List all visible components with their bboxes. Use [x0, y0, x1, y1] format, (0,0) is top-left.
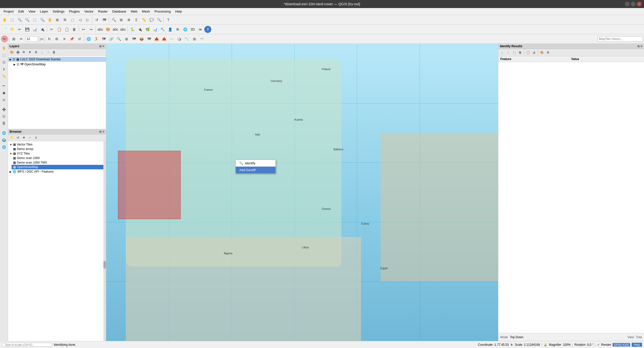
label2-btn[interactable]: abc — [112, 26, 119, 33]
share-btn[interactable]: 🔗 — [108, 35, 115, 42]
identify-results-btn[interactable]: ⊞ — [118, 16, 125, 23]
browser-info-btn[interactable]: ℹ — [33, 135, 39, 140]
style-btn[interactable]: 🗺 — [131, 35, 138, 42]
layer-options-btn[interactable]: ⚙ — [33, 49, 39, 55]
plugin8-btn[interactable]: 🌐 — [182, 26, 189, 33]
font-size-input[interactable] — [25, 36, 38, 42]
menu-mesh[interactable]: Mesh — [140, 9, 152, 14]
plugin4-btn[interactable]: 📊 — [151, 26, 158, 33]
tile-cache-btn[interactable]: 🗺 — [101, 16, 108, 23]
browser-item-demo-arcep[interactable]: ▦ Demo arcep — [12, 147, 103, 151]
pan-tool-btn[interactable]: ✋ — [1, 16, 8, 23]
layer-remove-btn[interactable]: 🗑 — [51, 49, 57, 55]
mesh-btn[interactable]: ⊞ — [191, 35, 198, 42]
pin-btn[interactable]: 📌 — [68, 35, 75, 42]
export-btn[interactable]: 📤 — [161, 35, 168, 42]
menu-processing[interactable]: Processing — [152, 9, 173, 14]
undo-btn[interactable]: ↩ — [80, 26, 87, 33]
measure-btn[interactable]: 📏 — [140, 16, 147, 23]
identify-close-icon[interactable]: ✕ — [640, 45, 642, 48]
import-btn[interactable]: 📥 — [153, 35, 160, 42]
quick-btn[interactable]: 🏃 — [93, 35, 100, 42]
rotate2-btn[interactable]: ↺ — [76, 35, 83, 42]
menu-settings[interactable]: Settings — [51, 9, 66, 14]
id-expand-btn[interactable]: ↓ — [499, 50, 505, 55]
snap-btn[interactable]: ⊞ — [10, 35, 17, 42]
geocoder-input[interactable] — [598, 36, 643, 42]
zoom-rubber-btn[interactable]: ⬚ — [31, 16, 38, 23]
osm-checkbox[interactable]: ☑ — [17, 63, 19, 66]
color-btn[interactable]: 🎨 — [104, 26, 111, 33]
layer-visible-btn[interactable]: 👁 — [21, 49, 27, 55]
browser-item-demo-scan[interactable]: ▦ Demo scan 1000 — [12, 156, 103, 160]
browser-refresh-btn[interactable]: ↺ — [15, 135, 21, 140]
map3d-btn[interactable]: 📦 — [138, 35, 145, 42]
select-feature-btn[interactable]: ⚙ — [125, 16, 132, 23]
rotate-btn[interactable]: ↻ — [46, 35, 53, 42]
close-button[interactable]: ✕ — [637, 2, 641, 6]
layout-btn[interactable]: 🗺 — [146, 35, 153, 42]
zoom-full-btn[interactable]: ⊞ — [54, 16, 61, 23]
globe2-side-btn[interactable]: 🌍 — [1, 137, 7, 143]
statistics-btn[interactable]: Σ — [133, 16, 140, 23]
select-btn[interactable]: ⬚ — [9, 16, 16, 23]
plugin6-btn[interactable]: 👤 — [167, 26, 174, 33]
redo-btn[interactable]: ↪ — [88, 26, 95, 33]
layer-item-lulc[interactable]: ▶ ☑ ▦ LULC 2020 Download Scenes — [8, 57, 106, 62]
pan-map-btn[interactable]: ✋ — [46, 16, 53, 23]
annotation-btn[interactable]: 🔍 — [155, 16, 163, 23]
menu-project[interactable]: Project — [2, 9, 16, 14]
lulc-checkbox[interactable]: ☑ — [13, 58, 15, 61]
browser-item-demo-scan-tms[interactable]: ▦ Demo scan 1000 TMS — [12, 160, 103, 165]
layer-item-osm[interactable]: ▶ ☑ 🗺 OpenStreetMap — [12, 62, 106, 67]
deselect-btn[interactable]: ☑ — [1, 59, 7, 65]
plugin7-btn[interactable]: ⚙ — [174, 26, 181, 33]
node-side-btn[interactable]: ◉ — [1, 89, 7, 96]
browser-item-openstreetmap[interactable]: ▦ OpenStreetMap — [12, 165, 103, 169]
layer-filter-btn[interactable]: ▼ — [27, 49, 33, 55]
globe-btn[interactable]: 🌐 — [85, 35, 92, 42]
python-btn[interactable]: 🐍 — [129, 26, 136, 33]
paste-btn[interactable]: 📋 — [63, 26, 70, 33]
browser-filter-btn[interactable]: ▼ — [21, 135, 27, 140]
plugin10-btn[interactable]: ≫ — [197, 26, 204, 33]
edit-toggle-btn[interactable]: ✏ — [1, 35, 8, 42]
add-feature-btn[interactable]: ➕ — [1, 106, 7, 113]
profile-btn[interactable]: 📉 — [183, 35, 190, 42]
dot-btn[interactable]: ⋯ — [168, 35, 175, 42]
browser-scrollbar-thumb[interactable] — [103, 261, 106, 269]
browser-item-vector-tiles[interactable]: ▼ ▦ Vector Tiles — [8, 142, 103, 147]
search-bar-btn[interactable]: 🔍 — [115, 35, 123, 42]
map-tips-btn[interactable]: 💬 — [148, 16, 155, 23]
measure-side-btn[interactable]: 📏 — [1, 73, 7, 79]
plugin2-btn[interactable]: 🔌 — [136, 26, 143, 33]
browser-add-btn[interactable]: 📁 — [9, 135, 15, 140]
maximize-button[interactable]: □ — [631, 2, 635, 6]
open-plugin-btn[interactable]: 🔌 — [39, 26, 46, 33]
cut-btn[interactable]: ✂ — [48, 26, 55, 33]
id-settings-btn[interactable]: 🎨 — [539, 50, 545, 55]
identify-float-icon[interactable]: ⧉ — [637, 45, 639, 48]
browser-item-xyz-tiles[interactable]: ▼ ▦ XYZ Tiles — [8, 151, 103, 156]
map-canvas[interactable]: France Germany Poland Austria Italy Balk… — [106, 44, 498, 341]
layer-expand-btn[interactable]: ↓ — [39, 49, 45, 55]
db-btn[interactable]: 🗄 — [1, 120, 7, 127]
pan-side-btn[interactable]: ✋ — [1, 45, 7, 51]
menu-help[interactable]: Help — [173, 9, 184, 14]
menu-layer[interactable]: Layer — [38, 9, 50, 14]
close-edit-btn[interactable]: ✕ — [61, 35, 68, 42]
zoom-out-btn[interactable]: 🔍 — [24, 16, 31, 23]
browser-up-btn[interactable]: ↑ — [27, 135, 33, 140]
layer-collapse-btn[interactable]: ↑ — [45, 49, 51, 55]
zoom-prev-btn[interactable]: ◁ — [76, 16, 84, 23]
wave-btn[interactable]: 〰 — [198, 35, 206, 42]
zoom-in-btn[interactable]: 🔍 — [16, 16, 23, 23]
plugin9-btn[interactable]: 3D — [189, 26, 196, 33]
menu-plugins[interactable]: Plugins — [67, 9, 82, 14]
id-collapse-btn[interactable]: ↑ — [505, 50, 511, 55]
layers-float-icon[interactable]: ⧉ — [99, 45, 101, 48]
menu-vector[interactable]: Vector — [82, 9, 96, 14]
menu-database[interactable]: Database — [110, 9, 128, 14]
ctx-add-geotiff[interactable]: Add Geotiff — [236, 167, 275, 173]
elephant-btn[interactable]: 🐘 — [1, 113, 7, 120]
